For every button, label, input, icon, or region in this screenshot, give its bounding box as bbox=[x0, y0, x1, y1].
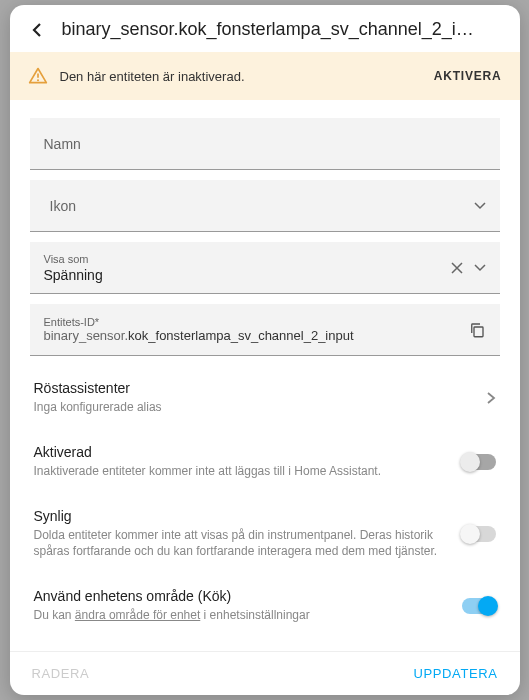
area-title: Använd enhetens område (Kök) bbox=[34, 588, 450, 604]
enabled-title: Aktiverad bbox=[34, 444, 450, 460]
activate-button[interactable]: AKTIVERA bbox=[434, 69, 502, 83]
delete-button[interactable]: RADERA bbox=[32, 666, 90, 681]
warning-text: Den här entiteten är inaktiverad. bbox=[60, 69, 422, 84]
dialog-content: Namn Ikon Visa som Spänning Entitets-ID*… bbox=[10, 100, 520, 651]
show-as-label: Visa som bbox=[44, 253, 486, 265]
show-as-field[interactable]: Visa som Spänning bbox=[30, 242, 500, 294]
voice-assistants-row[interactable]: Röstassistenter Inga konfigurerade alias bbox=[30, 366, 500, 430]
visible-sub: Dolda entiteter kommer inte att visas på… bbox=[34, 527, 450, 561]
icon-field[interactable]: Ikon bbox=[30, 180, 500, 232]
warning-banner: Den här entiteten är inaktiverad. AKTIVE… bbox=[10, 52, 520, 100]
name-field[interactable]: Namn bbox=[30, 118, 500, 170]
name-label: Namn bbox=[44, 136, 486, 152]
visible-row: Synlig Dolda entiteter kommer inte att v… bbox=[30, 494, 500, 575]
enabled-row: Aktiverad Inaktiverade entiteter kommer … bbox=[30, 430, 500, 494]
area-toggle[interactable] bbox=[462, 598, 496, 614]
svg-rect-2 bbox=[474, 327, 483, 337]
area-sub: Du kan ändra område för enhet i enhetsin… bbox=[34, 607, 450, 624]
dialog-header: binary_sensor.kok_fonsterlampa_sv_channe… bbox=[10, 5, 520, 52]
back-button[interactable] bbox=[28, 21, 46, 39]
visible-title: Synlig bbox=[34, 508, 450, 524]
area-row: Använd enhetens område (Kök) Du kan ändr… bbox=[30, 574, 500, 638]
clear-icon[interactable] bbox=[450, 261, 464, 275]
dialog-footer: RADERA UPPDATERA bbox=[10, 651, 520, 695]
entity-id-field[interactable]: Entitets-ID* binary_sensor.kok_fonsterla… bbox=[30, 304, 500, 356]
voice-title: Röstassistenter bbox=[34, 380, 474, 396]
dialog-title: binary_sensor.kok_fonsterlampa_sv_channe… bbox=[62, 19, 502, 40]
update-button[interactable]: UPPDATERA bbox=[414, 666, 498, 681]
entity-id-label: Entitets-ID* bbox=[44, 316, 486, 328]
change-area-link[interactable]: ändra område för enhet bbox=[75, 608, 200, 622]
dropdown-icon bbox=[474, 202, 486, 210]
chevron-right-icon bbox=[486, 391, 496, 405]
enabled-sub: Inaktiverade entiteter kommer inte att l… bbox=[34, 463, 450, 480]
icon-label: Ikon bbox=[50, 198, 486, 214]
voice-sub: Inga konfigurerade alias bbox=[34, 399, 474, 416]
visible-toggle[interactable] bbox=[462, 526, 496, 542]
dropdown-icon bbox=[474, 264, 486, 272]
chevron-left-icon bbox=[32, 22, 42, 38]
entity-id-value: binary_sensor.kok_fonsterlampa_sv_channe… bbox=[44, 328, 486, 343]
show-as-value: Spänning bbox=[44, 267, 486, 283]
svg-point-1 bbox=[37, 79, 39, 81]
enabled-toggle[interactable] bbox=[462, 454, 496, 470]
copy-icon[interactable] bbox=[468, 321, 486, 339]
entity-settings-dialog: binary_sensor.kok_fonsterlampa_sv_channe… bbox=[10, 5, 520, 695]
warning-icon bbox=[28, 66, 48, 86]
